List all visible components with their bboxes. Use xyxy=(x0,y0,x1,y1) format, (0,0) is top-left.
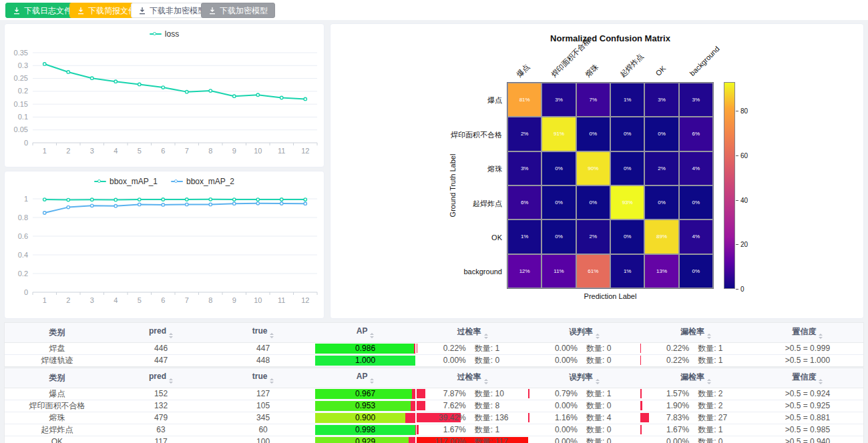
cell-category: 焊缝轨迹 xyxy=(5,354,110,366)
sort-desc-icon[interactable] xyxy=(819,337,823,339)
download-icon xyxy=(208,7,216,15)
cell-misjudge: 0.00%数量: 0 xyxy=(528,354,640,366)
sort-asc-icon[interactable] xyxy=(484,334,488,336)
cell-category: 起焊炸点 xyxy=(5,424,110,436)
sort-carets-icon[interactable] xyxy=(596,334,600,339)
column-header-过检率[interactable]: 过检率 xyxy=(417,368,528,388)
series-bbox_mAP_2 xyxy=(43,202,307,215)
svg-text:0.35: 0.35 xyxy=(14,49,28,57)
svg-text:0.2: 0.2 xyxy=(18,87,28,95)
grid-lines: 00.050.10.150.20.250.30.35 xyxy=(14,49,317,147)
table-header-row: 类别predtrueAP过检率误判率漏检率置信度 xyxy=(5,323,863,342)
defect-metrics-table: 类别predtrueAP过检率误判率漏检率置信度爆点1521270.9677.8… xyxy=(4,368,864,443)
cell-ap: 0.998 xyxy=(314,424,417,436)
sort-asc-icon[interactable] xyxy=(819,379,823,381)
cell-misjudge-count: 数量: 0 xyxy=(578,424,636,436)
sort-asc-icon[interactable] xyxy=(484,379,488,381)
svg-text:10: 10 xyxy=(254,296,262,304)
sort-desc-icon[interactable] xyxy=(596,382,600,384)
table-row: OK1171000.929117.00%数量: 1170.00%数量: 00.0… xyxy=(5,436,863,443)
column-header-true[interactable]: true xyxy=(212,368,314,388)
cell-confidence: >0.5 = 0.985 xyxy=(752,424,863,436)
column-header-label: true xyxy=(252,326,268,336)
sort-carets-icon[interactable] xyxy=(819,334,823,339)
cell-ap: 0.986 xyxy=(314,342,417,354)
metrics-table: 类别predtrueAP过检率误判率漏检率置信度焊盘4464470.9860.2… xyxy=(5,323,863,366)
sort-desc-icon[interactable] xyxy=(169,336,173,338)
sort-carets-icon[interactable] xyxy=(596,379,600,384)
column-header-漏检率[interactable]: 漏检率 xyxy=(640,368,752,388)
ap-value: 0.900 xyxy=(315,413,415,423)
sort-desc-icon[interactable] xyxy=(484,337,488,339)
sort-asc-icon[interactable] xyxy=(169,333,173,335)
sort-carets-icon[interactable] xyxy=(169,378,173,384)
sort-asc-icon[interactable] xyxy=(370,333,374,335)
matrix-cell: 1% xyxy=(610,83,644,117)
sort-carets-icon[interactable] xyxy=(169,333,173,338)
sort-desc-icon[interactable] xyxy=(484,382,488,384)
sort-desc-icon[interactable] xyxy=(596,337,600,339)
ap-bar: 0.929 xyxy=(315,437,415,443)
sort-asc-icon[interactable] xyxy=(819,334,823,336)
cell-confidence: >0.5 = 0.881 xyxy=(752,412,863,424)
sort-carets-icon[interactable] xyxy=(819,379,823,384)
sort-carets-icon[interactable] xyxy=(370,333,374,338)
sort-desc-icon[interactable] xyxy=(169,382,173,384)
cell-pred: 479 xyxy=(110,412,212,424)
sort-asc-icon[interactable] xyxy=(596,334,600,336)
download-log-button[interactable]: 下载日志文件 xyxy=(5,3,79,18)
sort-asc-icon[interactable] xyxy=(707,334,711,336)
sort-asc-icon[interactable] xyxy=(169,378,173,380)
sort-carets-icon[interactable] xyxy=(270,333,274,338)
colorbar-tick xyxy=(736,111,738,111)
sort-carets-icon[interactable] xyxy=(707,379,711,384)
column-header-过检率[interactable]: 过检率 xyxy=(417,323,528,342)
column-header-置信度[interactable]: 置信度 xyxy=(752,323,863,342)
matrix-col-label: OK xyxy=(654,64,667,77)
svg-text:12: 12 xyxy=(301,147,309,155)
table-row: 焊印面积不合格1321050.9537.62%数量: 80.00%数量: 01.… xyxy=(5,400,863,412)
sort-asc-icon[interactable] xyxy=(596,379,600,381)
cell-category: 爆点 xyxy=(5,388,110,400)
sort-asc-icon[interactable] xyxy=(707,379,711,381)
column-header-漏检率[interactable]: 漏检率 xyxy=(640,323,752,342)
ap-bar: 1.000 xyxy=(315,356,415,366)
ap-value: 0.929 xyxy=(315,437,415,443)
sort-desc-icon[interactable] xyxy=(370,382,374,384)
column-header-置信度[interactable]: 置信度 xyxy=(752,368,863,388)
column-header-true[interactable]: true xyxy=(212,323,314,342)
sort-desc-icon[interactable] xyxy=(270,382,274,384)
sort-asc-icon[interactable] xyxy=(270,378,274,380)
cell-overdetect-count: 数量: 0 xyxy=(466,355,524,366)
column-header-pred[interactable]: pred xyxy=(110,323,212,342)
download-encrypted-model-button[interactable]: 下载加密模型 xyxy=(201,3,275,18)
column-header-pred[interactable]: pred xyxy=(110,368,212,388)
sort-asc-icon[interactable] xyxy=(270,333,274,335)
sort-carets-icon[interactable] xyxy=(270,378,274,384)
sort-desc-icon[interactable] xyxy=(270,336,274,338)
sort-asc-icon[interactable] xyxy=(370,378,374,380)
svg-text:7: 7 xyxy=(185,147,189,155)
matrix-col-label: 熔珠 xyxy=(584,62,601,79)
svg-text:1: 1 xyxy=(43,296,47,304)
cell-pred: 63 xyxy=(110,424,212,436)
sort-carets-icon[interactable] xyxy=(370,378,374,384)
column-header-AP[interactable]: AP xyxy=(314,323,417,342)
column-header-AP[interactable]: AP xyxy=(314,368,417,388)
cell-confidence: >0.5 = 0.925 xyxy=(752,400,863,412)
svg-text:5: 5 xyxy=(138,296,142,304)
sort-desc-icon[interactable] xyxy=(370,336,374,338)
column-header-label: 误判率 xyxy=(569,372,593,382)
column-header-误判率[interactable]: 误判率 xyxy=(528,323,640,342)
sort-desc-icon[interactable] xyxy=(707,337,711,339)
sort-desc-icon[interactable] xyxy=(819,382,823,384)
sort-carets-icon[interactable] xyxy=(484,379,488,384)
sort-desc-icon[interactable] xyxy=(707,382,711,384)
matrix-cell: 0% xyxy=(610,117,644,151)
svg-text:0.15: 0.15 xyxy=(14,100,28,108)
column-header-误判率[interactable]: 误判率 xyxy=(528,368,640,388)
sort-carets-icon[interactable] xyxy=(484,334,488,339)
cell-missdetect-percent: 0.22% xyxy=(640,343,690,354)
sort-carets-icon[interactable] xyxy=(707,334,711,339)
colorbar xyxy=(724,82,735,289)
